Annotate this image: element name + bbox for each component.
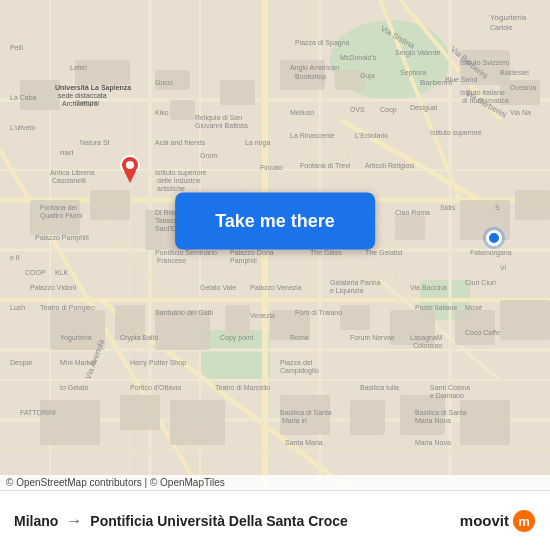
svg-text:Baldestei: Baldestei (500, 69, 529, 76)
arrow-icon: → (66, 512, 82, 530)
svg-text:LasagnaM: LasagnaM (410, 334, 443, 342)
svg-text:Maria Nova: Maria Nova (415, 439, 451, 446)
svg-text:Ciuri Ciuri: Ciuri Ciuri (465, 279, 496, 286)
svg-rect-33 (220, 80, 255, 105)
svg-text:La Rinascente: La Rinascente (290, 132, 335, 139)
take-me-there-button[interactable]: Take me there (175, 192, 375, 249)
svg-text:Roma: Roma (290, 334, 309, 341)
svg-text:McDonald's: McDonald's (340, 54, 377, 61)
svg-text:Istituto Svizzero: Istituto Svizzero (460, 59, 510, 66)
svg-text:artistiche: artistiche (157, 185, 185, 192)
svg-text:Palazzo Doria: Palazzo Doria (230, 249, 274, 256)
svg-text:Fontana di Trevi: Fontana di Trevi (300, 162, 351, 169)
svg-text:nari: nari (60, 148, 74, 157)
svg-text:Lush: Lush (10, 304, 25, 311)
svg-marker-178 (124, 171, 136, 183)
svg-text:COOP: COOP (25, 269, 46, 276)
svg-text:Istituto superiore: Istituto superiore (155, 169, 207, 177)
svg-text:Santa Maria: Santa Maria (285, 439, 323, 446)
svg-text:Maria in: Maria in (282, 417, 307, 424)
svg-text:Oceanla: Oceanla (510, 84, 536, 91)
svg-rect-46 (515, 190, 550, 220)
svg-text:Articoli Religiosi: Articoli Religiosi (365, 162, 415, 170)
svg-text:Antica Libreria: Antica Libreria (50, 169, 95, 176)
svg-text:Campidoglio: Campidoglio (280, 367, 319, 375)
svg-text:Despar: Despar (10, 359, 33, 367)
svg-text:Fincato: Fincato (260, 164, 283, 171)
svg-text:Via Na: Via Na (510, 109, 531, 116)
svg-rect-49 (155, 310, 210, 350)
svg-rect-56 (40, 400, 100, 445)
svg-text:OVS: OVS (350, 106, 365, 113)
svg-text:Teatro di Marcello: Teatro di Marcello (215, 384, 270, 391)
svg-text:Fatamorgana: Fatamorgana (470, 249, 512, 257)
svg-text:The Gelatist: The Gelatist (365, 249, 403, 256)
svg-text:Yogurteria: Yogurteria (60, 334, 92, 342)
svg-text:Portico d'Ottavia: Portico d'Ottavia (130, 384, 181, 391)
svg-text:Guja: Guja (360, 72, 375, 80)
svg-text:Gelateria Panna: Gelateria Panna (330, 279, 381, 286)
svg-text:Copy point: Copy point (220, 334, 254, 342)
svg-text:Harry Potter Shop: Harry Potter Shop (130, 359, 186, 367)
svg-text:Anglo American: Anglo American (290, 64, 339, 72)
map-container: Via Sistina Via Barberini nari Barberini… (0, 0, 550, 490)
svg-text:Coop: Coop (380, 106, 397, 114)
svg-text:Santi Cosma: Santi Cosma (430, 384, 470, 391)
svg-text:m: m (518, 514, 530, 529)
svg-text:Piazza del: Piazza del (280, 359, 313, 366)
destination-label: Pontificia Università Della Santa Croce (90, 513, 451, 529)
svg-point-179 (126, 161, 134, 169)
svg-text:delle Industrie: delle Industrie (157, 177, 201, 184)
svg-text:Coco Caffe: Coco Caffe (465, 329, 500, 336)
moovit-logo: moovit m (460, 509, 536, 533)
svg-rect-32 (170, 100, 195, 120)
svg-text:sede distaccata: sede distaccata (58, 92, 107, 99)
svg-text:Bookshop: Bookshop (295, 73, 326, 81)
svg-rect-55 (500, 300, 550, 340)
svg-text:Sergio Valente: Sergio Valente (395, 49, 441, 57)
svg-text:di numismatica: di numismatica (462, 97, 509, 104)
svg-text:e II: e II (10, 254, 20, 261)
svg-rect-60 (350, 400, 385, 435)
svg-text:Colosseo: Colosseo (413, 342, 442, 349)
svg-text:Piazza di Spagna: Piazza di Spagna (295, 39, 350, 47)
svg-text:Sidis: Sidis (440, 204, 456, 211)
svg-text:Ciao Roma: Ciao Roma (395, 209, 430, 216)
svg-text:Gelato Vale: Gelato Vale (200, 284, 236, 291)
svg-text:Vi: Vi (500, 264, 507, 271)
svg-text:Letiel: Letiel (70, 64, 87, 71)
svg-text:Crypta Balbi: Crypta Balbi (120, 334, 159, 342)
svg-text:Foro di Traiano: Foro di Traiano (295, 309, 342, 316)
svg-text:to Gelato: to Gelato (60, 384, 89, 391)
attribution-text: © OpenStreetMap contributors | © OpenMap… (6, 477, 225, 488)
svg-text:Kiko: Kiko (155, 109, 169, 116)
svg-rect-52 (340, 305, 370, 330)
svg-text:FATTORINI: FATTORINI (20, 409, 56, 416)
svg-text:Acai and friends: Acai and friends (155, 139, 206, 146)
svg-rect-57 (120, 395, 160, 430)
svg-text:Architettura: Architettura (62, 100, 98, 107)
svg-text:Cascianelli: Cascianelli (52, 177, 86, 184)
svg-text:Basilica di Santa: Basilica di Santa (415, 409, 467, 416)
svg-text:Francese: Francese (157, 257, 186, 264)
svg-text:Cartole: Cartole (490, 24, 513, 31)
svg-text:Fontana dei: Fontana dei (40, 204, 77, 211)
svg-text:La noga: La noga (245, 139, 270, 147)
svg-text:Santuario dei Gatti: Santuario dei Gatti (155, 309, 213, 316)
svg-rect-39 (90, 190, 130, 220)
svg-text:Istituto superiore: Istituto superiore (430, 129, 482, 137)
bottom-bar: Milano → Pontificia Università Della San… (0, 490, 550, 550)
svg-text:Quattro Fiumi: Quattro Fiumi (40, 212, 83, 220)
svg-text:Palazzo Vidoni: Palazzo Vidoni (30, 284, 77, 291)
svg-rect-45 (460, 200, 510, 240)
svg-text:Poste Italiane: Poste Italiane (415, 304, 458, 311)
svg-rect-62 (460, 400, 510, 445)
svg-text:Reliquia di San: Reliquia di San (195, 114, 242, 122)
svg-text:Istituto italiano: Istituto italiano (460, 89, 505, 96)
svg-text:Mosé: Mosé (465, 304, 482, 311)
svg-text:Basilica Iulia: Basilica Iulia (360, 384, 399, 391)
svg-text:Forum Nervae: Forum Nervae (350, 334, 395, 341)
location-pin (120, 155, 140, 183)
svg-text:Melluso: Melluso (290, 109, 314, 116)
svg-text:Palazzo Pamphili: Palazzo Pamphili (35, 234, 89, 242)
